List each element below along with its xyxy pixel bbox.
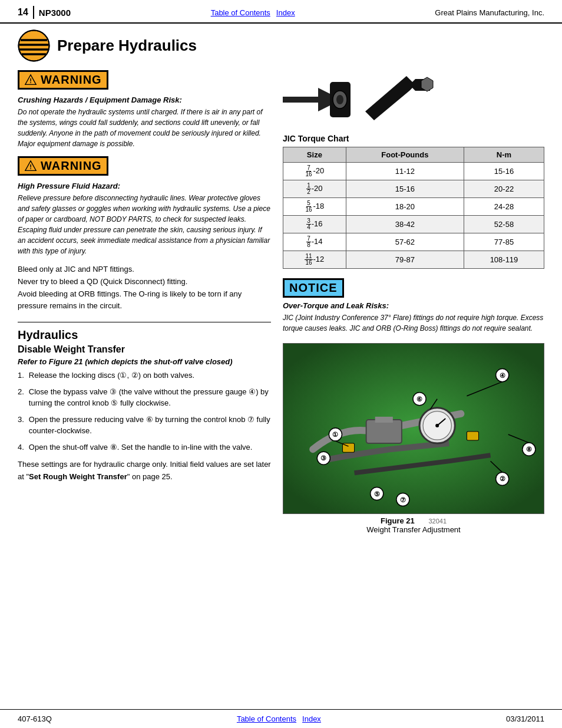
bleed-text: Bleed only at JIC and NPT fittings. Neve…	[18, 263, 271, 312]
header-nav: Table of Contents Index	[211, 8, 295, 17]
cell-nm: 24-28	[464, 198, 544, 216]
footer-date: 03/31/2011	[506, 714, 544, 723]
step-2: 2. Close the bypass valve ③ (the valve w…	[18, 386, 271, 409]
svg-text:①: ①	[332, 431, 338, 438]
page-number: 14	[18, 7, 28, 18]
svg-text:③: ③	[320, 454, 326, 462]
svg-text:⑧: ⑧	[526, 446, 532, 453]
bleed-line-1: Bleed only at JIC and NPT fittings.	[18, 263, 271, 276]
footer-toc-link[interactable]: Table of Contents	[237, 714, 296, 723]
footer-part-number: 407-613Q	[18, 714, 52, 723]
notice-box: NOTICE	[283, 278, 344, 298]
header-divider	[33, 6, 34, 19]
step-text-1: Release the locking discs (①, ②) on both…	[29, 370, 194, 381]
col-header-nm: N-m	[464, 147, 544, 163]
figure-image: ① ② ③ ④ ⑤	[283, 343, 544, 514]
two-column-layout: ! WARNING Crushing Hazards / Equipment D…	[18, 70, 544, 703]
cell-nm: 77-85	[464, 233, 544, 251]
cell-nm: 20-22	[464, 180, 544, 198]
footer-nav: Table of Contents Index	[237, 714, 321, 723]
section-title-row: Prepare Hydraulics	[18, 29, 544, 62]
cell-fp: 57-62	[346, 233, 464, 251]
left-column: ! WARNING Crushing Hazards / Equipment D…	[18, 70, 271, 703]
cell-nm: 108-119	[464, 251, 544, 269]
notice-section: NOTICE Over-Torque and Leak Risks: JIC (…	[283, 278, 544, 334]
cell-fp: 79-87	[346, 251, 464, 269]
svg-point-13	[336, 95, 343, 104]
svg-point-21	[435, 424, 439, 427]
bleed-line-3: Avoid bleeding at ORB fittings. The O-ri…	[18, 288, 271, 313]
table-row: 516-18 18-20 24-28	[283, 198, 544, 216]
cell-size: 12-20	[283, 180, 346, 198]
warning-triangle-icon-1: !	[24, 74, 37, 87]
step-num-4: 4.	[18, 442, 24, 453]
table-row: 1116-12 79-87 108-119	[283, 251, 544, 269]
step-text-2: Close the bypass valve ③ (the valve with…	[29, 386, 271, 409]
header-toc-link[interactable]: Table of Contents	[211, 8, 270, 17]
step-1: 1. Release the locking discs (①, ②) on b…	[18, 370, 271, 381]
jic-images	[283, 70, 544, 129]
cell-size: 1116-12	[283, 251, 346, 269]
svg-text:⑥: ⑥	[416, 396, 422, 403]
warning-box-2: ! WARNING	[18, 156, 108, 176]
warning-title-2: High Pressure Fluid Hazard:	[18, 182, 271, 190]
col-header-footpounds: Foot-Pounds	[346, 147, 464, 163]
warning-text-1: Do not operate the hydraulic systems unt…	[18, 107, 271, 149]
step-text-4: Open the shut-off valve ⑧. Set the handl…	[29, 442, 253, 453]
cell-fp: 15-16	[346, 180, 464, 198]
company-name: Great Plains Manufacturing, Inc.	[435, 8, 544, 17]
step-num-1: 1.	[18, 370, 24, 381]
figure-caption: Weight Transfer Adjustment	[283, 525, 544, 534]
page: 14 NP3000 Table of Contents Index Great …	[0, 0, 562, 728]
svg-text:!: !	[29, 77, 32, 84]
warning-triangle-icon-2: !	[24, 160, 37, 173]
svg-text:!: !	[29, 163, 32, 170]
svg-rect-23	[467, 431, 478, 440]
hydraulics-icon	[18, 29, 50, 62]
table-row: 716-20 11-12 15-16	[283, 163, 544, 180]
svg-text:④: ④	[500, 372, 505, 379]
step-3: 3. Open the pressure reducing valve ⑥ by…	[18, 414, 271, 437]
cell-fp: 18-20	[346, 198, 464, 216]
steps-list: 1. Release the locking discs (①, ②) on b…	[18, 370, 271, 453]
cell-fp: 11-12	[346, 163, 464, 180]
table-row: 34-16 38-42 52-58	[283, 216, 544, 233]
hydraulics-title: Hydraulics	[18, 328, 271, 342]
final-text: These settings are for hydraulic charge …	[18, 459, 271, 483]
figure-number: Figure 21	[381, 516, 415, 525]
notice-title: Over-Torque and Leak Risks:	[283, 301, 544, 310]
svg-rect-16	[366, 420, 402, 443]
svg-rect-17	[375, 417, 393, 423]
header: 14 NP3000 Table of Contents Index Great …	[0, 0, 562, 24]
warning-label-2: WARNING	[41, 159, 102, 173]
section-divider	[18, 322, 271, 322]
svg-text:②: ②	[500, 475, 505, 482]
header-left: 14 NP3000	[18, 6, 71, 19]
footer-index-link[interactable]: Index	[302, 714, 321, 723]
cell-size: 516-18	[283, 198, 346, 216]
warning-text-2: Relieve pressure before disconnecting hy…	[18, 193, 271, 256]
warning-title-1: Crushing Hazards / Equipment Damage Risk…	[18, 95, 271, 104]
warning-section-2: ! WARNING High Pressure Fluid Hazard: Re…	[18, 156, 271, 256]
notice-text: JIC (Joint Industry Conference 37° Flare…	[283, 312, 544, 334]
refer-text: Refer to Figure 21 (which depicts the sh…	[18, 357, 271, 366]
step-num-2: 2.	[18, 386, 24, 409]
step-text-3: Open the pressure reducing valve ⑥ by tu…	[29, 414, 271, 437]
svg-text:⑦: ⑦	[400, 496, 406, 503]
bleed-line-2: Never try to bleed a QD (Quick Disconnec…	[18, 276, 271, 288]
col-header-size: Size	[283, 147, 346, 163]
table-row: 78-14 57-62 77-85	[283, 233, 544, 251]
footer: 407-613Q Table of Contents Index 03/31/2…	[0, 709, 562, 728]
jic-torque-title: JIC Torque Chart	[283, 134, 544, 143]
model-number: NP3000	[39, 8, 71, 18]
disable-title: Disable Weight Transfer	[18, 344, 271, 355]
figure-code: 32041	[428, 518, 447, 525]
figure-area: ① ② ③ ④ ⑤	[283, 343, 544, 534]
warning-label-1: WARNING	[41, 73, 102, 87]
torque-table: Size Foot-Pounds N-m 716-20 11-12 15-16 …	[283, 147, 544, 269]
notice-label: NOTICE	[289, 281, 338, 295]
table-row: 12-20 15-16 20-22	[283, 180, 544, 198]
svg-text:⑤: ⑤	[374, 490, 380, 498]
step-num-3: 3.	[18, 414, 24, 437]
header-index-link[interactable]: Index	[276, 8, 295, 17]
